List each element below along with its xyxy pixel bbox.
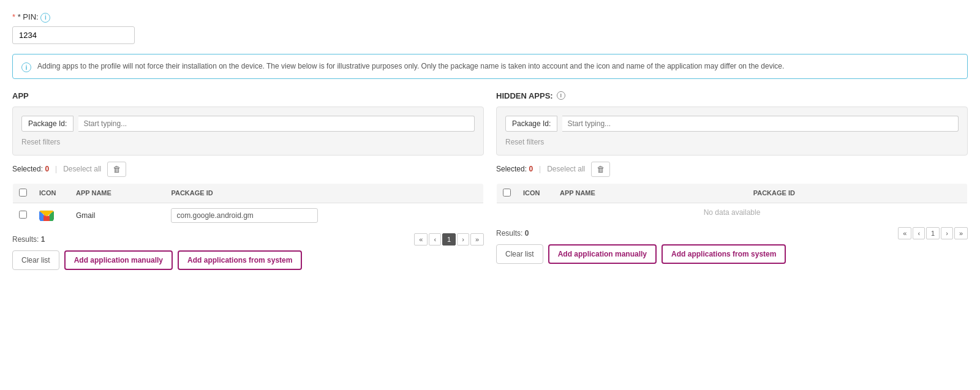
app-row-checkbox[interactable]	[19, 211, 27, 219]
hidden-add-from-system-button[interactable]: Add applications from system	[662, 244, 786, 264]
app-table: ICON APP NAME PACKAGE ID M	[12, 183, 484, 228]
hidden-col-checkbox	[497, 183, 518, 203]
app-table-header-row: ICON APP NAME PACKAGE ID	[13, 183, 484, 203]
banner-info-icon: i	[21, 61, 31, 72]
panels-container: APP Package Id: Reset filters Selected: …	[12, 91, 968, 270]
hidden-package-id-label: Package Id:	[505, 116, 557, 132]
hidden-selected-count: 0	[529, 165, 533, 173]
app-row-checkbox-cell	[13, 203, 34, 228]
table-row-no-data: No data available	[497, 203, 968, 222]
app-pagination: « ‹ 1 › »	[414, 233, 484, 246]
app-separator: |	[55, 165, 57, 173]
app-page-1[interactable]: 1	[442, 233, 456, 246]
hidden-selected-text: Selected:	[496, 165, 527, 173]
hidden-filter-row: Package Id:	[505, 116, 959, 132]
app-col-icon: ICON	[33, 183, 70, 203]
app-page-next[interactable]: ›	[457, 233, 469, 246]
hidden-page-next[interactable]: ›	[941, 227, 953, 239]
app-panel-title-text: APP	[12, 91, 29, 100]
app-action-buttons: Clear list Add application manually Add …	[12, 250, 484, 270]
hidden-table-body: No data available	[497, 203, 968, 222]
pin-section: * * PIN: i	[12, 12, 968, 44]
app-add-manually-button[interactable]: Add application manually	[64, 250, 173, 270]
app-delete-button[interactable]: 🗑	[107, 162, 126, 177]
app-page-last[interactable]: »	[470, 233, 484, 246]
banner-circle-icon: i	[21, 62, 31, 72]
hidden-results-text: Results:	[496, 229, 522, 238]
hidden-separator: |	[539, 165, 541, 173]
hidden-selected-label: Selected: 0	[496, 165, 533, 173]
hidden-package-id-input[interactable]	[562, 116, 959, 132]
info-banner: i Adding apps to the profile will not fo…	[12, 54, 968, 79]
hidden-action-buttons: Clear list Add application manually Add …	[496, 244, 968, 264]
app-row-icon-cell: M	[33, 203, 70, 228]
app-table-body: M	[13, 203, 484, 228]
app-results-count: 1	[41, 235, 45, 244]
app-select-all-checkbox[interactable]	[19, 189, 27, 197]
app-panel: APP Package Id: Reset filters Selected: …	[12, 91, 484, 270]
app-package-id-label: Package Id:	[21, 116, 74, 132]
hidden-select-all-checkbox[interactable]	[503, 189, 511, 197]
app-col-package: PACKAGE ID	[165, 183, 483, 203]
hidden-add-manually-button[interactable]: Add application manually	[548, 244, 657, 264]
pin-label: * * PIN: i	[12, 12, 968, 23]
app-reset-filters[interactable]: Reset filters	[21, 138, 475, 146]
hidden-selection-bar: Selected: 0 | Deselect all 🗑	[496, 162, 968, 177]
hidden-col-package: PACKAGE ID	[747, 183, 968, 203]
table-row: M	[13, 203, 484, 228]
hidden-delete-button[interactable]: 🗑	[591, 162, 610, 177]
hidden-col-icon: ICON	[517, 183, 554, 203]
app-package-id-input[interactable]	[78, 116, 475, 132]
hidden-page-last[interactable]: »	[954, 227, 968, 239]
hidden-results-label: Results: 0	[496, 229, 529, 238]
app-filter-row: Package Id:	[21, 116, 475, 132]
app-selected-text: Selected:	[12, 165, 43, 173]
pin-info-icon: i	[40, 13, 50, 23]
app-row-package-cell	[165, 203, 483, 228]
app-page-first[interactable]: «	[414, 233, 428, 246]
app-selected-count: 0	[45, 165, 49, 173]
hidden-page-prev[interactable]: ‹	[913, 227, 925, 239]
app-package-id-value[interactable]	[171, 208, 318, 223]
app-results-label: Results: 1	[12, 235, 45, 244]
hidden-apps-panel-title: HIDDEN APPS: i	[496, 91, 968, 100]
hidden-results-bar: Results: 0 « ‹ 1 › »	[496, 227, 968, 239]
app-panel-title: APP	[12, 91, 484, 100]
app-selected-label: Selected: 0	[12, 165, 49, 173]
hidden-apps-title-text: HIDDEN APPS:	[496, 91, 553, 100]
banner-text: Adding apps to the profile will not forc…	[37, 61, 784, 72]
hidden-apps-panel: HIDDEN APPS: i Package Id: Reset filters…	[496, 91, 968, 270]
required-marker: *	[12, 12, 15, 21]
app-results-text: Results:	[12, 235, 39, 244]
hidden-page-first[interactable]: «	[898, 227, 911, 239]
hidden-reset-filters[interactable]: Reset filters	[505, 138, 959, 146]
hidden-results-count: 0	[525, 229, 529, 238]
app-page-prev[interactable]: ‹	[429, 233, 441, 246]
hidden-filter-box: Package Id: Reset filters	[496, 107, 968, 156]
hidden-pagination: « ‹ 1 › »	[898, 227, 968, 239]
hidden-apps-table: ICON APP NAME PACKAGE ID No data availab…	[496, 183, 968, 222]
app-col-name: APP NAME	[70, 183, 165, 203]
app-selection-bar: Selected: 0 | Deselect all 🗑	[12, 162, 484, 177]
pin-input[interactable]	[12, 26, 135, 44]
hidden-table-header-row: ICON APP NAME PACKAGE ID	[497, 183, 968, 203]
app-row-name-cell: Gmail	[70, 203, 165, 228]
hidden-page-1[interactable]: 1	[926, 227, 940, 239]
app-filter-box: Package Id: Reset filters	[12, 107, 484, 156]
hidden-deselect-all[interactable]: Deselect all	[547, 165, 585, 173]
app-deselect-all[interactable]: Deselect all	[63, 165, 101, 173]
app-add-from-system-button[interactable]: Add applications from system	[178, 250, 302, 270]
pin-label-text: * PIN:	[18, 12, 39, 21]
hidden-apps-info-icon: i	[557, 91, 565, 100]
hidden-no-data: No data available	[497, 203, 968, 222]
app-results-bar: Results: 1 « ‹ 1 › »	[12, 233, 484, 246]
hidden-col-name: APP NAME	[554, 183, 747, 203]
hidden-clear-list-button[interactable]: Clear list	[496, 244, 543, 264]
app-col-checkbox	[13, 183, 34, 203]
gmail-icon: M	[39, 208, 54, 223]
app-clear-list-button[interactable]: Clear list	[12, 250, 59, 270]
